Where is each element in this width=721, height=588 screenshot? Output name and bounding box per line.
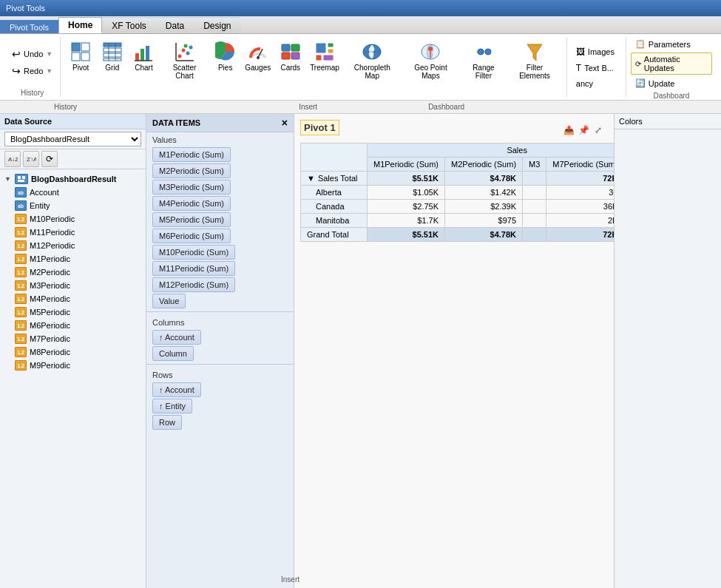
manitoba-m2: $975: [445, 214, 523, 228]
tree-item-m3periodic[interactable]: 1.2M3Periodic: [0, 279, 146, 292]
right-sidebar: Colors: [614, 114, 721, 588]
svg-point-18: [183, 44, 187, 48]
tree-item-m6periodic[interactable]: 1.2M6Periodic: [0, 319, 146, 332]
svg-rect-27: [316, 43, 326, 53]
tree-item-m5periodic[interactable]: 1.2M5Periodic: [0, 305, 146, 319]
range-filter-icon: [472, 40, 495, 64]
canada-m1: $2.75K: [368, 200, 445, 214]
sort-za-btn[interactable]: Z↑A: [23, 151, 39, 167]
expand-btn[interactable]: ⤢: [592, 124, 605, 137]
column-item-account[interactable]: ↑ Account: [152, 330, 201, 345]
grid-icon: [101, 40, 124, 64]
th-sales: Sales: [368, 143, 615, 158]
datasource-select[interactable]: BlogDashboardResult: [4, 132, 141, 146]
pies-button[interactable]: Pies: [210, 37, 241, 83]
tree-item-label: M4Periodic: [30, 294, 70, 303]
tab-xf-tools[interactable]: XF Tools: [102, 17, 155, 33]
tree-item-m9periodic[interactable]: 1.2M9Periodic: [0, 359, 146, 372]
row-item-row[interactable]: Row: [152, 415, 182, 430]
tree-item-m2periodic[interactable]: 1.2M2Periodic: [0, 266, 146, 279]
export-btn[interactable]: 📤: [562, 124, 575, 137]
sales-total-m7: 72K: [546, 172, 614, 186]
update-button[interactable]: 🔄 Update: [631, 76, 712, 90]
grand-total-m2: $4.78K: [445, 228, 523, 242]
tree-item-m11periodic[interactable]: 1.2M11Periodic: [0, 226, 146, 239]
choropleth-map-button[interactable]: Choropleth Map: [343, 37, 401, 83]
tree-item-icon: 1.2: [15, 227, 27, 237]
gauges-button[interactable]: Gauges: [241, 37, 274, 83]
chart-button[interactable]: Chart: [129, 37, 160, 83]
tree-item-m8periodic[interactable]: 1.2M8Periodic: [0, 345, 146, 359]
parameters-button[interactable]: 📋 Parameters: [631, 37, 712, 51]
svg-point-37: [478, 49, 484, 55]
canada-label: Canada: [301, 200, 368, 214]
treemap-button[interactable]: Treemap: [307, 37, 343, 83]
tree-item-m4periodic[interactable]: 1.2M4Periodic: [0, 292, 146, 305]
tree-item-m10periodic[interactable]: 1.2M10Periodic: [0, 212, 146, 226]
scatter-chart-button[interactable]: Scatter Chart: [160, 37, 209, 83]
value-item-m6periodic-(sum)[interactable]: M6Periodic (Sum): [152, 229, 231, 243]
filter-elements-button[interactable]: Filter Elements: [507, 37, 562, 83]
rows-divider: [146, 364, 294, 365]
ribbon-group-dashboard: 📋 Parameters ⟳ Automatic Updates 🔄 Updat…: [626, 37, 717, 97]
range-filter-button[interactable]: Range Filter: [461, 37, 507, 83]
data-source-dropdown: BlogDashboardResult: [0, 129, 146, 149]
tree-item-icon: 1.2: [15, 347, 27, 357]
value-item-m1periodic-(sum)[interactable]: M1Periodic (Sum): [152, 147, 231, 162]
svg-point-22: [257, 56, 260, 59]
column-item-column[interactable]: Column: [152, 346, 194, 361]
pivot-icon: [69, 40, 92, 64]
tab-home[interactable]: Home: [58, 17, 102, 33]
dashboard-section-label: Dashboard: [428, 103, 464, 111]
grand-total-label: Grand Total: [301, 228, 368, 242]
value-item-m2periodic-(sum)[interactable]: M2Periodic (Sum): [152, 163, 231, 178]
value-item-value[interactable]: Value: [152, 294, 186, 308]
sort-az-btn[interactable]: A↓Z: [4, 151, 21, 167]
tab-design[interactable]: Design: [194, 17, 240, 33]
row-item-account[interactable]: ↑ Account: [152, 382, 201, 397]
tree-item-m1periodic[interactable]: 1.2M1Periodic: [0, 252, 146, 266]
gauges-icon: [246, 40, 270, 64]
tree-item-icon: 1.2: [15, 294, 27, 304]
svg-rect-42: [22, 176, 25, 179]
automatic-updates-button[interactable]: ⟳ Automatic Updates: [631, 53, 712, 75]
tree-item-entity[interactable]: abEntity: [0, 199, 146, 212]
tab-data[interactable]: Data: [156, 17, 194, 33]
tree-area: ▼ BlogDashboardResult abAccountabEntity1…: [0, 169, 146, 588]
tree-item-m12periodic[interactable]: 1.2M12Periodic: [0, 239, 146, 252]
value-item-m10periodic-(sum)[interactable]: M10Periodic (Sum): [152, 245, 235, 260]
refresh-btn[interactable]: ⟳: [41, 151, 58, 167]
row-item-entity[interactable]: ↑ Entity: [152, 399, 192, 413]
th-m3: M3: [523, 158, 546, 172]
geo-point-maps-button[interactable]: Geo Point Maps: [402, 37, 459, 83]
dashboard-label: Dashboard: [653, 90, 689, 100]
agency-button[interactable]: ancy: [572, 77, 621, 90]
tree-root-item[interactable]: ▼ BlogDashboardResult: [0, 172, 146, 186]
undo-button[interactable]: ↩ Undo ▼: [7, 46, 57, 62]
pivot-button[interactable]: Pivot: [65, 37, 96, 83]
svg-point-15: [181, 49, 185, 53]
tree-item-icon: 1.2: [15, 307, 27, 317]
redo-button[interactable]: ↪ Redo ▼: [7, 63, 57, 79]
tree-item-label: M2Periodic: [30, 268, 70, 277]
pivot-container: Pivot 1 📤 📌 ⤢ Sales M1Periodi: [294, 114, 614, 588]
value-item-m11periodic-(sum)[interactable]: M11Periodic (Sum): [152, 261, 235, 276]
value-item-m12periodic-(sum)[interactable]: M12Periodic (Sum): [152, 277, 235, 292]
value-item-m4periodic-(sum)[interactable]: M4Periodic (Sum): [152, 196, 231, 211]
tree-item-account[interactable]: abAccount: [0, 186, 146, 199]
pin-btn[interactable]: 📌: [577, 124, 590, 137]
tree-item-icon: 1.2: [15, 334, 27, 344]
grid-button[interactable]: Grid: [97, 37, 128, 83]
manitoba-m3: [523, 214, 546, 228]
svg-point-38: [485, 49, 491, 55]
images-button[interactable]: 🖼 Images: [572, 44, 621, 59]
cards-button[interactable]: Cards: [275, 37, 306, 83]
tree-item-m7periodic[interactable]: 1.2M7Periodic: [0, 332, 146, 345]
data-items-close[interactable]: ×: [282, 117, 288, 129]
tree-item-icon: 1.2: [15, 214, 27, 224]
value-item-m5periodic-(sum)[interactable]: M5Periodic (Sum): [152, 212, 231, 227]
value-item-m3periodic-(sum)[interactable]: M3Periodic (Sum): [152, 180, 231, 195]
grand-total-m3: [523, 228, 546, 242]
svg-rect-6: [104, 53, 121, 57]
text-box-button[interactable]: T Text B...: [572, 61, 621, 75]
